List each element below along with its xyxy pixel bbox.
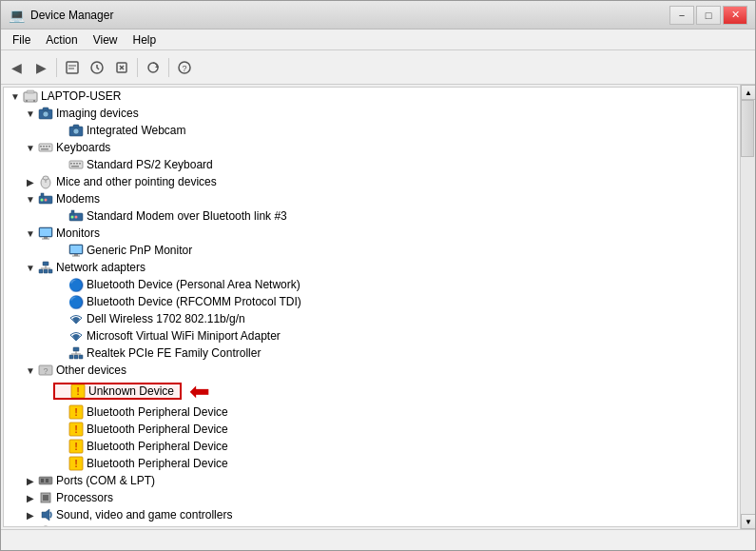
processors-expand[interactable]: ▶ xyxy=(23,490,38,505)
root-icon xyxy=(23,89,38,104)
toolbar-separator-1 xyxy=(56,58,57,77)
tree-keyboards[interactable]: ▼ Keyboards xyxy=(4,139,737,156)
svg-rect-60 xyxy=(69,355,73,359)
back-button[interactable]: ◀ xyxy=(5,56,28,79)
svg-rect-50 xyxy=(70,246,82,253)
tree-modem1[interactable]: ▶ Standard Modem over Bluetooth link #3 xyxy=(4,207,737,225)
svg-point-83 xyxy=(40,526,51,527)
tree-dell-wifi[interactable]: ▶ Dell Wireless 1702 802.11b/g/n xyxy=(4,310,737,327)
menu-view[interactable]: View xyxy=(86,31,126,49)
tree-panel[interactable]: ▼ LAPTOP-USER ▼ Imaging devices ▶ Int xyxy=(3,87,738,527)
ps2kb-expand: ▶ xyxy=(53,157,68,172)
tree-mice[interactable]: ▶ Mice and other pointing devices xyxy=(4,173,737,190)
root-expand[interactable]: ▼ xyxy=(8,89,23,104)
unknown-expand: ▶ xyxy=(55,384,70,399)
scroll-track[interactable] xyxy=(741,100,755,514)
bt-per3-expand: ▶ xyxy=(53,439,68,454)
ports-icon xyxy=(38,473,53,488)
tree-unknown-row[interactable]: ▶ ! Unknown Device ⬅ xyxy=(4,379,737,403)
svg-rect-23 xyxy=(40,146,42,148)
dell-wifi-label: Dell Wireless 1702 802.11b/g/n xyxy=(87,312,245,325)
highlight-arrow: ⬅ xyxy=(189,379,210,403)
menu-file[interactable]: File xyxy=(5,31,38,49)
svg-text:?: ? xyxy=(43,366,48,376)
tree-network[interactable]: ▼ Network adapters xyxy=(4,259,737,276)
root-label: LAPTOP-USER xyxy=(41,89,121,103)
processors-label: Processors xyxy=(56,491,113,504)
unknown-icon: ! xyxy=(70,384,86,399)
forward-button[interactable]: ▶ xyxy=(29,56,52,79)
network-expand[interactable]: ▼ xyxy=(23,260,38,275)
other-expand[interactable]: ▼ xyxy=(23,363,38,378)
toolbar: ◀ ▶ ? xyxy=(1,50,755,85)
mice-expand[interactable]: ▶ xyxy=(23,174,38,189)
tree-bt-per4[interactable]: ▶ ! Bluetooth Peripheral Device xyxy=(4,455,737,472)
tree-processors[interactable]: ▶ Processors xyxy=(4,489,737,506)
svg-rect-61 xyxy=(74,355,78,359)
tree-modems[interactable]: ▼ Modems xyxy=(4,190,737,207)
svg-point-38 xyxy=(41,199,44,202)
tree-bt-per3[interactable]: ▶ ! Bluetooth Peripheral Device xyxy=(4,438,737,455)
svg-rect-12 xyxy=(27,90,34,93)
tree-monitor1[interactable]: ▶ Generic PnP Monitor xyxy=(4,242,737,259)
svg-rect-18 xyxy=(43,108,48,110)
menu-action[interactable]: Action xyxy=(38,31,85,49)
tree-system[interactable]: ▶ System devices xyxy=(4,523,737,527)
tree-realtek[interactable]: ▶ Realtek PCIe FE Family Controller xyxy=(4,344,737,362)
ps2kb-label: Standard PS/2 Keyboard xyxy=(87,158,213,171)
tree-bt-per2[interactable]: ▶ ! Bluetooth Peripheral Device xyxy=(4,421,737,438)
minimize-button[interactable]: − xyxy=(669,6,694,25)
system-expand[interactable]: ▶ xyxy=(23,524,38,527)
monitors-expand[interactable]: ▼ xyxy=(23,226,38,241)
sound-expand[interactable]: ▶ xyxy=(23,507,38,522)
tree-bt-pan[interactable]: ▶ 🔵 Bluetooth Device (Personal Area Netw… xyxy=(4,276,737,293)
tree-ports[interactable]: ▶ Ports (COM & LPT) xyxy=(4,472,737,489)
modems-expand[interactable]: ▼ xyxy=(23,191,38,207)
svg-marker-82 xyxy=(42,509,49,521)
close-button[interactable]: ✕ xyxy=(723,6,747,25)
svg-point-42 xyxy=(71,216,74,219)
keyboards-expand[interactable]: ▼ xyxy=(23,140,38,155)
svg-text:!: ! xyxy=(74,423,78,435)
tree-root[interactable]: ▼ LAPTOP-USER xyxy=(4,88,737,105)
tree-monitors[interactable]: ▼ Monitors xyxy=(4,225,737,242)
svg-text:!: ! xyxy=(76,385,80,397)
scroll-thumb[interactable] xyxy=(741,100,754,157)
scan-button[interactable] xyxy=(142,56,165,79)
tree-unknown[interactable]: ▶ ! Unknown Device xyxy=(53,383,182,400)
imaging-label: Imaging devices xyxy=(56,107,139,120)
tree-ms-wifi[interactable]: ▶ Microsoft Virtual WiFi Miniport Adapte… xyxy=(4,327,737,344)
properties-button[interactable] xyxy=(61,56,84,79)
svg-text:!: ! xyxy=(74,406,78,418)
help-button[interactable]: ? xyxy=(173,56,196,79)
tree-imaging[interactable]: ▼ Imaging devices xyxy=(4,105,737,122)
tree-webcam[interactable]: ▶ Integrated Webcam xyxy=(4,122,737,139)
tree-bt-per1[interactable]: ▶ ! Bluetooth Peripheral Device xyxy=(4,403,737,421)
svg-point-17 xyxy=(43,111,48,117)
tree-ps2kb[interactable]: ▶ Standard PS/2 Keyboard xyxy=(4,156,737,173)
svg-rect-78 xyxy=(41,479,44,482)
monitor1-icon xyxy=(68,243,84,258)
tree-other[interactable]: ▼ ? Other devices xyxy=(4,362,737,379)
maximize-button[interactable]: □ xyxy=(696,6,721,25)
svg-rect-53 xyxy=(43,262,48,266)
bt-rfcomm-expand: ▶ xyxy=(53,294,68,309)
tree-bt-rfcomm[interactable]: ▶ 🔵 Bluetooth Device (RFCOMM Protocol TD… xyxy=(4,293,737,310)
imaging-expand[interactable]: ▼ xyxy=(23,106,38,121)
menu-help[interactable]: Help xyxy=(126,31,165,49)
scroll-up-button[interactable]: ▲ xyxy=(741,85,755,100)
network-icon xyxy=(38,260,53,275)
update-driver-button[interactable] xyxy=(86,56,108,79)
svg-rect-56 xyxy=(48,269,52,273)
scrollbar[interactable]: ▲ ▼ xyxy=(740,85,755,529)
svg-rect-62 xyxy=(79,355,83,359)
system-icon xyxy=(38,524,53,527)
uninstall-button[interactable] xyxy=(110,56,133,79)
scroll-down-button[interactable]: ▼ xyxy=(741,514,755,529)
bt-per2-label: Bluetooth Peripheral Device xyxy=(87,423,228,436)
bt-pan-expand: ▶ xyxy=(53,277,68,292)
mice-icon xyxy=(38,174,53,189)
bt-pan-icon: 🔵 xyxy=(68,277,84,292)
ports-expand[interactable]: ▶ xyxy=(23,473,38,488)
tree-sound[interactable]: ▶ Sound, video and game controllers xyxy=(4,506,737,523)
